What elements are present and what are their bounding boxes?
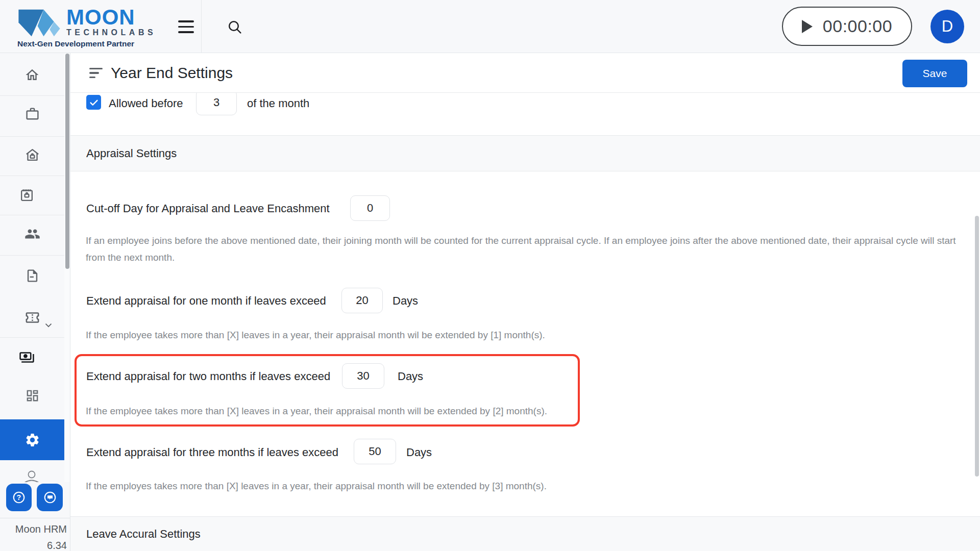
- extend-one-month-label: Extend appraisal for one month if leaves…: [86, 293, 326, 309]
- allowed-before-label: Allowed before: [109, 96, 183, 111]
- brand-logo: MOON TECHNOLABS Next-Gen Development Par…: [17, 4, 156, 48]
- sidebar-divider: [0, 337, 64, 338]
- sidebar-divider: [0, 136, 64, 137]
- dashboard-icon: [25, 388, 40, 403]
- sidebar-item-home[interactable]: [0, 61, 64, 89]
- sidebar-divider: [0, 176, 64, 176]
- sidebar-footer-divider: [0, 518, 70, 518]
- work-timer[interactable]: 00:00:00: [782, 7, 912, 46]
- sidebar-divider: [0, 255, 64, 256]
- help-button[interactable]: ?: [6, 484, 32, 511]
- brand-name: MOON: [66, 8, 156, 27]
- brand-tagline: Next-Gen Development Partner: [17, 39, 156, 48]
- sort-lines-icon[interactable]: [89, 68, 103, 78]
- timer-value: 00:00:00: [823, 16, 892, 36]
- home-icon: [24, 67, 40, 83]
- page-titlebar: Year End Settings Save: [70, 53, 980, 93]
- settings-content: Allowed before of the month Appraisal Se…: [70, 53, 980, 551]
- cutoff-day-label: Cut-off Day for Appraisal and Leave Enca…: [86, 201, 330, 216]
- section-title: Appraisal Settings: [86, 147, 177, 160]
- feedback-button[interactable]: [37, 484, 63, 511]
- hamburger-icon[interactable]: [178, 20, 194, 33]
- extend-two-months-description: If the employee takes more than [X] leav…: [86, 403, 547, 419]
- play-icon[interactable]: [802, 20, 813, 33]
- sidebar-item-dashboard[interactable]: [0, 381, 64, 410]
- section-title: Leave Accural Settings: [86, 528, 201, 541]
- allowed-before-checkbox[interactable]: [86, 95, 101, 110]
- avatar[interactable]: D: [930, 10, 964, 43]
- extend-two-months-unit: Days: [398, 369, 423, 384]
- cutoff-day-input[interactable]: [350, 195, 390, 221]
- sidebar-item-leave-calendar[interactable]: [0, 181, 53, 209]
- sidebar-scrollbar[interactable]: [64, 53, 70, 551]
- header-divider: [201, 0, 202, 53]
- home-work-icon: [24, 147, 40, 163]
- extend-one-month-unit: Days: [393, 293, 418, 309]
- extend-three-months-unit: Days: [406, 445, 432, 460]
- sidebar-footer: ? Moon HRM 6.34: [0, 482, 70, 551]
- sidebar-divider: [0, 215, 64, 215]
- ticket-icon: [24, 310, 40, 325]
- sidebar-item-settings[interactable]: [0, 419, 64, 460]
- app-name-label: Moon HRM: [0, 521, 67, 537]
- briefcase-icon: [25, 107, 40, 121]
- extend-one-month-description: If the employee takes more than [X] leav…: [86, 327, 545, 343]
- help-icon: ?: [11, 490, 27, 505]
- sidebar-item-documents[interactable]: [0, 261, 64, 290]
- save-button[interactable]: Save: [902, 60, 967, 87]
- app-window: MOON TECHNOLABS Next-Gen Development Par…: [0, 0, 980, 551]
- cutoff-day-description: If an employee joins before the above me…: [86, 232, 966, 266]
- people-icon: [24, 226, 40, 242]
- extend-one-month-input[interactable]: [341, 288, 383, 313]
- partial-person-icon: [20, 469, 43, 483]
- moon-logo-mark-icon: [17, 4, 61, 37]
- sidebar-nav: [0, 53, 64, 551]
- top-header: MOON TECHNOLABS Next-Gen Development Par…: [0, 0, 980, 53]
- page-title: Year End Settings: [111, 53, 233, 93]
- sidebar-item-payroll[interactable]: [0, 343, 53, 371]
- avatar-initial: D: [942, 17, 953, 36]
- check-icon: [88, 97, 100, 108]
- sidebar-item-work-from-home[interactable]: [0, 140, 64, 169]
- feedback-icon: [42, 490, 58, 505]
- document-icon: [25, 268, 40, 283]
- app-version-label: 6.34: [0, 537, 67, 551]
- extend-three-months-description: If the employes takes more than [X] leav…: [86, 478, 547, 494]
- main-scrollbar-thumb[interactable]: [975, 216, 979, 477]
- sidebar-item-employees[interactable]: [0, 219, 64, 248]
- allowed-before-input[interactable]: [196, 90, 237, 115]
- calendar-briefcase-icon: [19, 187, 35, 203]
- extend-two-months-input[interactable]: [342, 363, 384, 389]
- extend-two-months-label: Extend appraisal for two months if leave…: [86, 369, 330, 384]
- allowed-before-suffix: of the month: [247, 96, 309, 111]
- settings-gear-icon: [24, 432, 40, 448]
- leave-accrual-section: Leave Accural Settings: [70, 516, 980, 551]
- appraisal-settings-section: Appraisal Settings: [70, 135, 980, 171]
- sidebar-divider: [0, 95, 64, 96]
- extend-three-months-label: Extend appraisal for three months if lea…: [86, 445, 338, 460]
- svg-text:?: ?: [17, 493, 21, 502]
- sidebar-scrollbar-thumb[interactable]: [65, 54, 69, 269]
- sidebar-item-tickets[interactable]: [0, 303, 64, 332]
- payments-icon: [19, 349, 35, 365]
- sidebar-item-work[interactable]: [0, 99, 64, 128]
- main-scrollbar[interactable]: [974, 53, 980, 551]
- search-icon[interactable]: [227, 19, 243, 35]
- extend-three-months-input[interactable]: [354, 439, 396, 464]
- brand-subname: TECHNOLABS: [66, 28, 156, 37]
